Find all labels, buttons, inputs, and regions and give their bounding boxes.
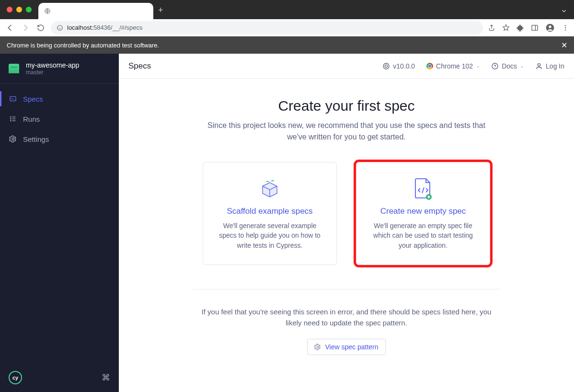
- svg-point-10: [565, 29, 566, 30]
- forward-button[interactable]: [20, 23, 31, 33]
- project-switcher[interactable]: my-awesome-app master: [0, 54, 119, 84]
- globe-icon: [44, 8, 51, 14]
- card-scaffold-examples[interactable]: Scaffold example specs We'll generate se…: [203, 162, 337, 265]
- gear-icon: [314, 344, 321, 350]
- card-title: Scaffold example specs: [227, 207, 312, 216]
- svg-point-13: [11, 118, 11, 119]
- sidebar-item-settings[interactable]: Settings: [0, 129, 119, 149]
- traffic-zoom-icon[interactable]: [26, 7, 32, 12]
- svg-point-14: [11, 120, 11, 121]
- svg-point-8: [565, 25, 566, 26]
- box-icon: [258, 177, 281, 200]
- new-tab-button[interactable]: +: [158, 5, 163, 15]
- share-icon[interactable]: [488, 24, 495, 32]
- traffic-close-icon[interactable]: [7, 7, 12, 12]
- project-name: my-awesome-app: [26, 61, 79, 69]
- svg-point-18: [12, 138, 14, 140]
- card-desc: We'll generate an empty spec file which …: [367, 221, 479, 250]
- svg-point-9: [565, 27, 566, 28]
- svg-point-24: [317, 346, 319, 348]
- sidebar-item-label: Specs: [23, 95, 43, 103]
- chevron-down-icon: ⌄: [476, 63, 480, 69]
- view-spec-pattern-button[interactable]: View spec pattern: [307, 339, 385, 355]
- card-desc: We'll generate several example specs to …: [214, 221, 326, 250]
- main-subtitle: Since this project looks new, we recomme…: [198, 120, 495, 143]
- tabs-dropdown-icon[interactable]: [561, 8, 567, 14]
- main-heading: Create your first spec: [278, 98, 414, 114]
- browser-selector[interactable]: Chrome 102 ⌄: [426, 62, 480, 70]
- runs-icon: [9, 115, 17, 123]
- traffic-minimize-icon[interactable]: [16, 7, 22, 12]
- card-title: Create new empty spec: [380, 207, 466, 216]
- browser-tab-strip: +: [0, 0, 574, 19]
- file-plus-icon: [412, 177, 435, 200]
- version-indicator[interactable]: v10.0.0: [382, 62, 415, 70]
- svg-point-20: [385, 65, 388, 67]
- sidebar-item-label: Runs: [23, 115, 40, 123]
- profile-icon[interactable]: [545, 23, 555, 33]
- footer-note-text: If you feel that you're seeing this scre…: [193, 307, 500, 328]
- reload-button[interactable]: [35, 23, 46, 33]
- svg-point-19: [383, 63, 389, 69]
- docs-link[interactable]: Docs ⌄: [491, 62, 524, 70]
- project-branch: master: [26, 69, 79, 76]
- keyboard-shortcut-icon[interactable]: ⌘: [102, 372, 110, 383]
- svg-point-12: [11, 116, 11, 117]
- url-text: localhost:58436/__/#/specs: [67, 24, 143, 31]
- project-folder-icon: [9, 64, 19, 73]
- chrome-icon: [426, 63, 433, 69]
- content: Specs v10.0.0 Chrome 102 ⌄ Docs ⌄: [119, 54, 574, 392]
- infobar-text: Chrome is being controlled by automated …: [7, 42, 159, 49]
- svg-rect-4: [532, 25, 538, 30]
- side-panel-icon[interactable]: [531, 24, 539, 32]
- card-create-empty-spec[interactable]: Create new empty spec We'll generate an …: [356, 162, 490, 265]
- content-header: Specs v10.0.0 Chrome 102 ⌄ Docs ⌄: [119, 54, 574, 79]
- address-bar[interactable]: localhost:58436/__/#/specs: [51, 21, 483, 35]
- sidebar: my-awesome-app master Specs Runs Setting…: [0, 54, 119, 392]
- svg-point-22: [538, 63, 540, 66]
- svg-point-7: [549, 25, 551, 28]
- chevron-down-icon: ⌄: [520, 63, 524, 69]
- site-info-icon[interactable]: [57, 24, 63, 31]
- sidebar-item-label: Settings: [23, 135, 49, 143]
- cypress-logo-icon[interactable]: cy: [9, 371, 22, 384]
- mac-window-controls: [7, 7, 32, 12]
- bookmark-icon[interactable]: [502, 24, 510, 32]
- page-title: Specs: [128, 61, 151, 71]
- back-button[interactable]: [5, 23, 15, 33]
- specs-icon: [9, 94, 17, 103]
- browser-tab[interactable]: [38, 3, 153, 19]
- automation-infobar: Chrome is being controlled by automated …: [0, 36, 574, 54]
- svg-rect-11: [10, 96, 16, 101]
- sidebar-item-runs[interactable]: Runs: [0, 109, 119, 129]
- settings-icon: [9, 135, 17, 143]
- extensions-icon[interactable]: [517, 24, 524, 32]
- browser-toolbar: localhost:58436/__/#/specs: [0, 19, 574, 36]
- kebab-menu-icon[interactable]: [562, 24, 569, 32]
- infobar-close-icon[interactable]: ✕: [561, 41, 567, 50]
- sidebar-item-specs[interactable]: Specs: [0, 89, 119, 109]
- login-button[interactable]: Log In: [535, 62, 564, 70]
